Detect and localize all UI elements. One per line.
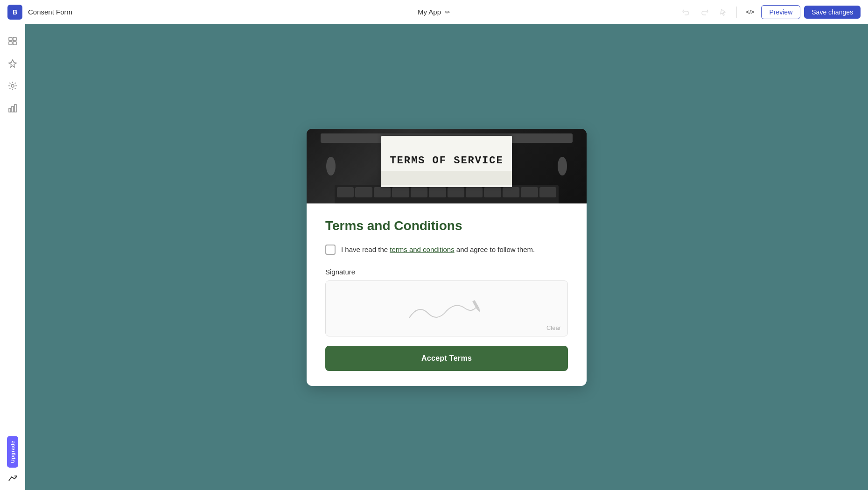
left-knob	[326, 157, 336, 175]
paper-lower	[381, 171, 512, 185]
app-name: My App	[418, 8, 441, 16]
svg-rect-1	[13, 37, 16, 41]
sidebar-item-chart[interactable]	[3, 99, 22, 118]
sidebar-item-grid[interactable]	[3, 32, 22, 50]
svg-rect-3	[13, 42, 16, 45]
sidebar-item-settings[interactable]	[3, 77, 22, 95]
svg-rect-7	[14, 105, 16, 112]
upgrade-button[interactable]: Upgrade	[7, 436, 18, 468]
page-title: Consent Form	[28, 8, 72, 16]
svg-point-4	[11, 84, 14, 87]
svg-rect-5	[9, 108, 11, 112]
terms-link[interactable]: terms and conditions	[390, 245, 454, 253]
terms-checkbox[interactable]	[325, 245, 336, 255]
code-button[interactable]: </>	[742, 5, 757, 20]
paper-text: TERMS OF SERVICE	[390, 155, 503, 167]
topbar-divider	[736, 7, 737, 18]
redo-button[interactable]	[697, 5, 712, 20]
form-body: Terms and Conditions I have read the ter…	[307, 203, 587, 386]
accept-button[interactable]: Accept Terms	[325, 346, 568, 371]
typewriter-background: TERMS OF SERVICE	[307, 129, 587, 203]
checkbox-row: I have read the terms and conditions and…	[325, 245, 568, 255]
form-title: Terms and Conditions	[325, 218, 568, 233]
clear-button[interactable]: Clear	[546, 324, 561, 331]
canvas-area: TERMS OF SERVICE Terms and Conditions I …	[25, 24, 868, 490]
svg-rect-0	[9, 37, 12, 41]
right-knob	[558, 157, 567, 175]
sidebar: Upgrade	[0, 24, 25, 490]
svg-rect-6	[12, 106, 14, 112]
signature-svg	[400, 290, 493, 327]
main-layout: Upgrade	[0, 24, 868, 490]
signature-label: Signature	[325, 268, 568, 276]
app-logo: B	[7, 5, 22, 20]
edit-app-name-icon[interactable]: ✏	[445, 8, 450, 16]
preview-button[interactable]: Preview	[761, 5, 800, 19]
sidebar-bottom: Upgrade	[7, 436, 18, 483]
svg-rect-2	[9, 42, 12, 45]
undo-button[interactable]	[679, 5, 693, 20]
pointer-button[interactable]	[716, 5, 731, 20]
sidebar-footer-logo	[8, 475, 17, 483]
topbar-center: My App ✏	[418, 8, 450, 16]
typewriter-keys	[335, 185, 559, 203]
checkbox-label: I have read the terms and conditions and…	[341, 245, 535, 253]
signature-drawing	[326, 281, 567, 336]
topbar-actions: </> Preview Save changes	[679, 5, 861, 20]
topbar: B Consent Form My App ✏ </> Preview Save…	[0, 0, 868, 24]
form-card: TERMS OF SERVICE Terms and Conditions I …	[307, 129, 587, 386]
sidebar-item-pin[interactable]	[3, 54, 22, 73]
save-button[interactable]: Save changes	[804, 6, 861, 19]
signature-pad[interactable]: Clear	[325, 280, 568, 336]
form-hero: TERMS OF SERVICE	[307, 129, 587, 203]
